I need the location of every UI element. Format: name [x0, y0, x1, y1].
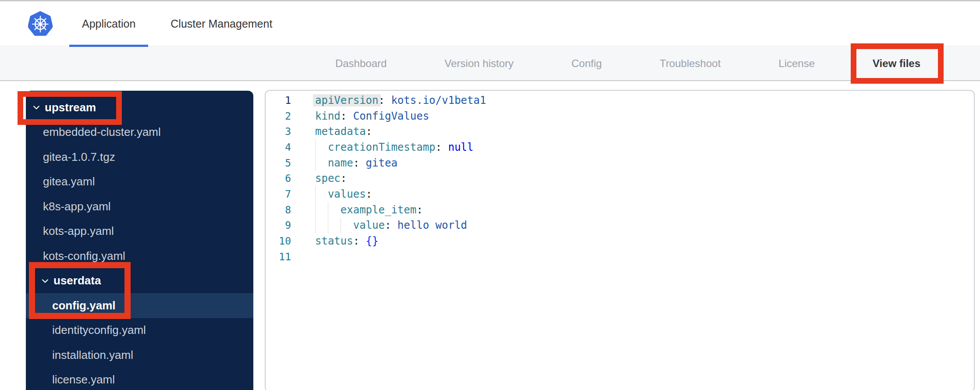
line-number: 7	[266, 188, 291, 200]
indent-guide	[341, 218, 341, 234]
tree-item-label: upstream	[45, 101, 96, 114]
tree-item-label: license.yaml	[52, 373, 115, 386]
code-line-2: 2kind: ConfigValues	[266, 108, 974, 124]
code-line-1: 1apiVersion: kots.io/v1beta1	[266, 92, 974, 108]
app-header: ApplicationCluster Management	[0, 1, 980, 46]
chevron-down-icon	[41, 277, 50, 285]
nav-tab-version-history[interactable]: Version history	[444, 57, 513, 70]
indent-guide	[315, 139, 316, 155]
tree-item-label: gitea.yaml	[43, 175, 95, 188]
line-number: 3	[266, 126, 291, 137]
nav-tab-config[interactable]: Config	[572, 57, 602, 70]
tree-item-userdata[interactable]: userdata	[26, 269, 253, 294]
indent-guide	[315, 202, 316, 218]
tree-item-label: kots-config.yaml	[43, 249, 125, 263]
code-line-8: 8example_item:	[266, 202, 974, 218]
tree-item-kots-config-yaml[interactable]: kots-config.yaml	[26, 244, 253, 269]
code-line-text: kind: ConfigValues	[315, 108, 429, 124]
code-line-text: example_item:	[315, 202, 423, 218]
file-tree: upstreamembedded-cluster.yamlgitea-1.0.7…	[26, 91, 253, 390]
code-line-text: creationTimestamp: null	[315, 139, 473, 155]
code-line-3: 3metadata:	[266, 124, 974, 139]
nav-tab-dashboard[interactable]: Dashboard	[335, 57, 387, 70]
code-line-11: 11	[266, 249, 974, 265]
tree-item-config-yaml[interactable]: config.yaml	[26, 293, 253, 318]
indent-guide	[328, 218, 328, 234]
line-number: 5	[266, 157, 291, 169]
code-line-5: 5name: gitea	[266, 155, 974, 171]
tree-item-installation-yaml[interactable]: installation.yaml	[26, 343, 253, 368]
code-line-text: status: {}	[315, 233, 379, 249]
tree-item-label: installation.yaml	[52, 348, 133, 362]
indent-guide	[315, 218, 316, 234]
nav-tab-view-files[interactable]: View files	[873, 57, 920, 70]
line-number: 4	[266, 142, 291, 153]
tree-item-identityconfig-yaml[interactable]: identityconfig.yaml	[26, 318, 253, 343]
line-number: 8	[266, 204, 291, 216]
nav-tab-troubleshoot[interactable]: Troubleshoot	[660, 57, 721, 70]
kubernetes-logo-icon	[28, 11, 53, 38]
chevron-down-icon	[32, 103, 41, 112]
tree-item-label: gitea-1.0.7.tgz	[43, 150, 115, 164]
line-number: 10	[266, 235, 291, 247]
code-line-7: 7values:	[266, 186, 974, 202]
tree-item-label: userdata	[53, 274, 101, 287]
line-number: 6	[266, 173, 291, 184]
code-line-6: 6spec:	[266, 170, 974, 186]
tree-item-label: k8s-app.yaml	[43, 200, 111, 213]
tab-cluster-management[interactable]: Cluster Management	[158, 1, 285, 46]
tree-item-embedded-cluster-yaml[interactable]: embedded-cluster.yaml	[26, 120, 253, 145]
code-line-text: values:	[315, 186, 372, 202]
line-number: 2	[266, 110, 291, 122]
indent-guide	[315, 155, 316, 171]
line-number: 11	[266, 251, 291, 262]
code-line-text: value: hello world	[315, 218, 467, 234]
tree-item-k8s-app-yaml[interactable]: k8s-app.yaml	[26, 194, 253, 219]
tree-item-license-yaml[interactable]: license.yaml	[26, 368, 253, 390]
code-line-4: 4creationTimestamp: null	[266, 139, 974, 155]
tree-item-gitea-1-0-7-tgz[interactable]: gitea-1.0.7.tgz	[26, 145, 253, 170]
indent-guide	[328, 202, 328, 218]
tree-item-upstream[interactable]: upstream	[26, 95, 253, 120]
line-number: 1	[266, 95, 291, 106]
code-line-text: spec:	[315, 170, 347, 186]
tree-item-gitea-yaml[interactable]: gitea.yaml	[26, 170, 253, 195]
code-line-10: 10status: {}	[266, 233, 974, 249]
tree-item-label: identityconfig.yaml	[52, 323, 146, 337]
code-line-9: 9value: hello world	[266, 218, 974, 234]
file-viewer[interactable]: 1apiVersion: kots.io/v1beta12kind: Confi…	[265, 90, 975, 390]
tab-application[interactable]: Application	[69, 1, 148, 46]
line-number: 9	[266, 220, 291, 231]
tree-item-label: embedded-cluster.yaml	[43, 125, 161, 139]
header-tabs: ApplicationCluster Management	[69, 1, 285, 46]
tree-item-kots-app-yaml[interactable]: kots-app.yaml	[26, 219, 253, 244]
nav-tab-license[interactable]: License	[778, 57, 815, 70]
code-line-text: apiVersion: kots.io/v1beta1	[315, 92, 486, 108]
code-line-text: metadata:	[315, 124, 372, 139]
tree-item-label: kots-app.yaml	[43, 224, 114, 238]
indent-guide	[315, 186, 316, 202]
tree-item-label: config.yaml	[52, 299, 115, 312]
secondary-nav: DashboardVersion historyConfigTroublesho…	[0, 47, 980, 81]
code-line-text: name: gitea	[315, 155, 398, 171]
